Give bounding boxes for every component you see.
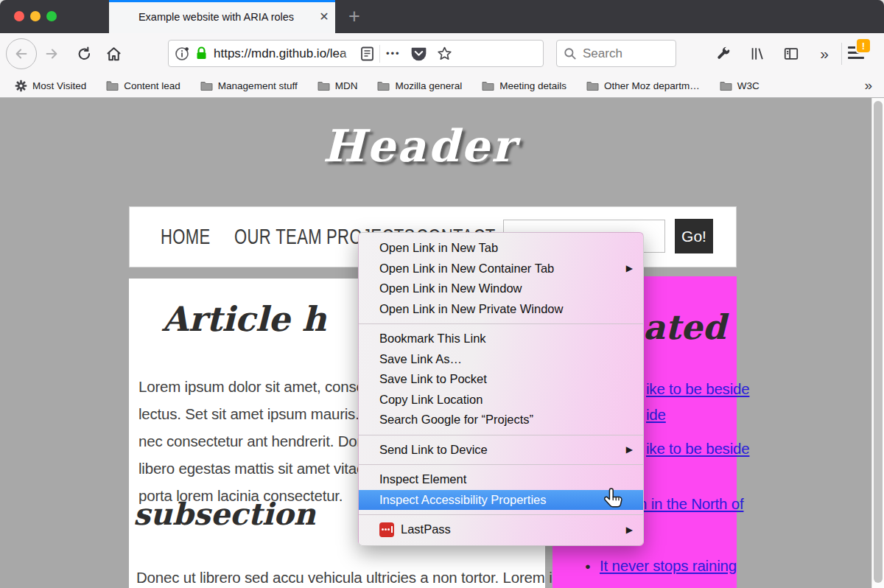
reader-mode-icon[interactable] [361, 46, 373, 61]
reload-button[interactable] [74, 45, 94, 63]
nav-link-our-team[interactable]: OUR TEAM [234, 225, 322, 249]
bookmark-folder-mozilla-general[interactable]: Mozilla general [377, 80, 462, 91]
sidebar-icon [783, 46, 799, 62]
close-window-button[interactable] [14, 11, 24, 21]
nav-link-home[interactable]: HOME [161, 225, 211, 249]
menu-item-search-google[interactable]: Search Google for “Projects” [359, 410, 643, 430]
bookmark-most-visited[interactable]: Most Visited [15, 80, 86, 92]
submenu-arrow-icon: ▶ [626, 525, 633, 535]
browser-window: Example website with ARIA roles ✕ + [0, 0, 884, 588]
minimize-window-button[interactable] [30, 11, 41, 21]
bookmark-folder-meeting-details[interactable]: Meeting details [482, 80, 566, 91]
home-button[interactable] [102, 44, 124, 63]
link-context-menu: Open Link in New Tab Open Link in New Co… [358, 232, 644, 546]
page-header-title: Header [323, 120, 516, 172]
bookmark-folder-content-lead[interactable]: Content lead [106, 80, 180, 91]
lock-icon[interactable] [195, 46, 208, 60]
bookmark-label: Management stuff [218, 80, 298, 91]
toolbar-overflow-button[interactable]: » [812, 43, 837, 64]
bookmark-star-icon[interactable] [437, 46, 452, 61]
lastpass-icon [379, 522, 394, 537]
sidebar-link[interactable]: It never stops raining [600, 557, 737, 575]
menu-item-save-to-pocket[interactable]: Save Link to Pocket [359, 369, 643, 390]
bookmark-folder-other-moz[interactable]: Other Moz departm… [586, 80, 700, 91]
folder-icon [200, 80, 213, 91]
menu-separator [359, 514, 643, 515]
tab-title: Example website with ARIA roles [109, 11, 313, 23]
menu-item-lastpass[interactable]: LastPass ▶ [359, 519, 643, 540]
new-tab-button[interactable]: + [339, 0, 370, 33]
urlbar-separator [379, 45, 380, 63]
pocket-icon[interactable] [411, 46, 427, 61]
sidebar-link[interactable]: n in the North of [639, 495, 743, 513]
url-fade [340, 46, 359, 61]
search-icon [564, 47, 577, 60]
page-viewport: Header HOME OUR TEAM PROJECTS CONTACT Go… [0, 98, 884, 588]
search-placeholder: Search [583, 46, 622, 61]
bookmark-label: W3C [737, 80, 760, 91]
folder-icon [586, 80, 599, 91]
menu-item-open-private-window[interactable]: Open Link in New Private Window [359, 299, 643, 320]
folder-icon [482, 80, 494, 91]
library-button[interactable] [746, 44, 769, 63]
menu-item-open-new-tab[interactable]: Open Link in New Tab [359, 238, 643, 259]
menu-item-bookmark-link[interactable]: Bookmark This Link [359, 329, 643, 349]
back-arrow-icon [13, 46, 29, 62]
tab-close-icon[interactable]: ✕ [313, 10, 335, 24]
hand-cursor-icon [603, 487, 625, 511]
sidebar-link[interactable]: ike to be beside [646, 380, 749, 398]
go-button[interactable]: Go! [675, 219, 713, 253]
library-icon [749, 46, 765, 62]
sidebar-link[interactable]: ide [646, 406, 666, 424]
list-bullet: ● [585, 561, 591, 572]
submenu-arrow-icon: ▶ [626, 444, 633, 455]
titlebar: Example website with ARIA roles ✕ + [0, 0, 884, 33]
gear-icon [15, 80, 27, 92]
site-info-icon[interactable] [175, 46, 189, 61]
sidebar-link[interactable]: ike to be beside [646, 440, 749, 458]
notification-badge: ! [857, 39, 870, 52]
browser-tab[interactable]: Example website with ARIA roles ✕ [109, 0, 335, 33]
menu-item-inspect-element[interactable]: Inspect Element [359, 469, 643, 490]
article-heading: Article h [162, 299, 326, 339]
bookmark-label: Content lead [124, 80, 180, 91]
bookmarks-toolbar: Most Visited Content lead Management stu… [0, 74, 884, 98]
bookmark-folder-w3c[interactable]: W3C [720, 80, 760, 91]
wrench-icon [715, 46, 732, 62]
bookmarks-overflow-button[interactable]: » [864, 77, 872, 94]
page-scrollbar-thumb[interactable] [874, 101, 883, 583]
menu-item-copy-link-location[interactable]: Copy Link Location [359, 390, 643, 410]
url-bar[interactable]: https://mdn.github.io/lea ••• [168, 40, 544, 67]
active-tab-indicator [109, 0, 335, 2]
developer-tools-button[interactable] [712, 44, 735, 63]
folder-icon [318, 80, 330, 91]
subsection-heading: subsection [133, 497, 315, 532]
menu-item-inspect-accessibility[interactable]: Inspect Accessibility Properties [359, 490, 643, 511]
zoom-window-button[interactable] [46, 11, 57, 21]
menu-separator [359, 323, 643, 324]
nav-toolbar: https://mdn.github.io/lea ••• Search [0, 33, 884, 74]
home-icon [105, 46, 122, 63]
folder-icon [720, 80, 732, 91]
page-actions-icon[interactable]: ••• [386, 48, 401, 59]
menu-item-save-link-as[interactable]: Save Link As… [359, 349, 643, 370]
folder-icon [106, 80, 119, 91]
app-menu-button[interactable]: ! [848, 45, 867, 63]
submenu-arrow-icon: ▶ [626, 263, 633, 273]
url-text: https://mdn.github.io/lea [214, 46, 347, 60]
sidebar-toggle-button[interactable] [779, 44, 803, 63]
menu-item-open-new-window[interactable]: Open Link in New Window [359, 279, 643, 299]
back-button[interactable] [6, 38, 37, 69]
bookmark-label: Mozilla general [395, 80, 462, 91]
menu-item-open-container-tab[interactable]: Open Link in New Container Tab▶ [359, 259, 643, 279]
menu-separator [359, 464, 643, 465]
forward-button[interactable] [41, 45, 62, 63]
bookmark-folder-mdn[interactable]: MDN [318, 80, 358, 91]
folder-icon [377, 80, 390, 91]
sidebar-heading: ated [643, 307, 726, 347]
menu-separator [359, 435, 643, 435]
bookmark-folder-management-stuff[interactable]: Management stuff [200, 80, 298, 91]
search-bar[interactable]: Search [556, 40, 676, 67]
toolbar-separator [841, 43, 842, 65]
menu-item-send-to-device[interactable]: Send Link to Device▶ [359, 440, 643, 461]
